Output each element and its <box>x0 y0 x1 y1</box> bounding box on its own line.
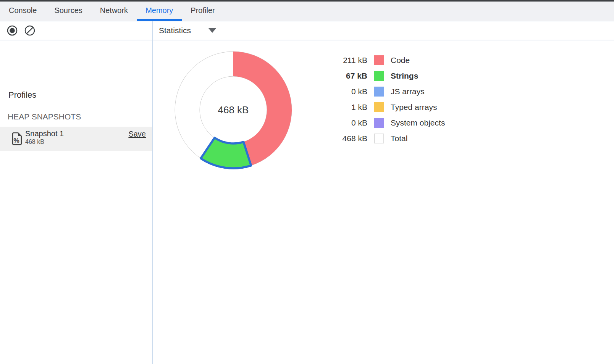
donut-chart-svg <box>168 45 298 175</box>
legend-label: Total <box>391 134 407 143</box>
statistics-view: 468 kB 211 kBCode67 kBStrings0 kBJS arra… <box>153 40 614 364</box>
sidebar-item-snapshot-1[interactable]: % Snapshot 1 468 kB Save <box>0 127 152 151</box>
legend-label: Code <box>391 56 410 65</box>
snapshot-name: Snapshot 1 <box>25 129 64 138</box>
legend-swatch <box>374 102 384 112</box>
tab-memory-label: Memory <box>145 6 173 15</box>
tab-profiler[interactable]: Profiler <box>182 2 223 21</box>
devtools-tabbar: Console Sources Network Memory Profiler <box>0 2 614 21</box>
legend-label: Strings <box>391 71 418 81</box>
snapshot-size: 468 kB <box>25 139 44 145</box>
legend-value: 1 kB <box>325 103 367 112</box>
legend-value: 211 kB <box>325 56 367 65</box>
legend-label: Typed arrays <box>391 103 437 112</box>
legend-swatch <box>374 134 384 143</box>
perspective-select-value: Statistics <box>159 26 191 35</box>
view-toolbar: Statistics <box>153 21 614 40</box>
legend-value: 67 kB <box>325 71 367 81</box>
legend-row-total[interactable]: 468 kBTotal <box>325 130 445 146</box>
donut-segment-strings[interactable] <box>201 138 251 168</box>
legend-swatch <box>374 55 384 65</box>
tab-network[interactable]: Network <box>91 2 137 21</box>
legend-swatch <box>374 71 384 81</box>
legend-row-system-objects[interactable]: 0 kBSystem objects <box>325 115 445 130</box>
legend-value: 0 kB <box>325 118 367 127</box>
legend-row-code[interactable]: 211 kBCode <box>325 52 445 68</box>
profiles-title: Profiles <box>8 90 36 100</box>
tab-network-label: Network <box>100 6 128 15</box>
svg-text:%: % <box>13 137 19 144</box>
chevron-down-icon <box>208 28 216 33</box>
tab-console-label: Console <box>9 6 37 15</box>
tab-profiler-label: Profiler <box>191 6 215 15</box>
legend-row-js-arrays[interactable]: 0 kBJS arrays <box>325 84 445 99</box>
legend-row-strings[interactable]: 67 kBStrings <box>325 68 445 84</box>
tab-sources-label: Sources <box>54 6 82 15</box>
legend-value: 0 kB <box>325 87 367 96</box>
memory-donut-chart: 468 kB <box>168 45 298 175</box>
heap-snapshots-section-title: HEAP SNAPSHOTS <box>8 112 81 121</box>
legend-label: System objects <box>391 118 445 127</box>
profiles-toolbar <box>0 21 152 40</box>
legend-swatch <box>374 118 384 128</box>
clear-profiles-button[interactable] <box>24 24 36 37</box>
perspective-select[interactable]: Statistics <box>159 26 216 35</box>
legend-row-typed-arrays[interactable]: 1 kBTyped arrays <box>325 99 445 115</box>
legend-swatch <box>374 87 384 97</box>
profiles-sidebar: Profiles HEAP SNAPSHOTS % Snapshot 1 468… <box>0 40 152 364</box>
block-icon <box>24 25 36 36</box>
legend-value: 468 kB <box>325 134 367 143</box>
tab-console[interactable]: Console <box>0 2 45 21</box>
legend-label: JS arrays <box>391 87 425 96</box>
record-heap-snapshot-button[interactable] <box>6 24 18 37</box>
tab-memory[interactable]: Memory <box>137 2 182 21</box>
chart-legend: 211 kBCode67 kBStrings0 kBJS arrays1 kBT… <box>325 52 445 146</box>
memory-toolbar: Statistics <box>0 21 614 40</box>
tab-sources[interactable]: Sources <box>45 2 91 21</box>
heap-snapshot-file-icon: % <box>11 132 22 145</box>
save-snapshot-link[interactable]: Save <box>128 130 146 139</box>
record-icon <box>6 25 18 36</box>
donut-ring-outline <box>200 76 267 143</box>
